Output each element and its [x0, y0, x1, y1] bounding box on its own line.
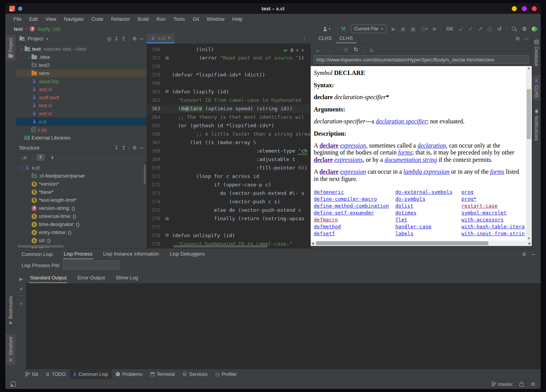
sort-alphabetically-icon[interactable]: ↓a	[19, 154, 28, 161]
bottom-up-icon[interactable]: ↡	[48, 154, 57, 161]
code-line[interactable]: 357 (error "Read past end of source."))	[146, 54, 311, 62]
search-icon[interactable]	[512, 27, 517, 32]
run-icon[interactable]: ▶	[391, 26, 396, 32]
project-tree-row[interactable]: External Libraries	[16, 134, 146, 142]
panel-settings-gear-icon[interactable]: ⚙	[515, 36, 520, 42]
start-process-icon[interactable]: ▶	[19, 276, 23, 282]
project-tree-row[interactable]: λasdf.asdf	[16, 93, 146, 101]
collapse-all-icon[interactable]: ↥	[122, 145, 126, 151]
hide-panel-icon[interactable]: ─	[140, 36, 143, 42]
code-line[interactable]: 364 ;; The theory is that most identifie…	[146, 113, 311, 121]
coverage-icon[interactable]: ▣	[410, 26, 415, 32]
doc-link[interactable]: forms	[398, 149, 412, 156]
project-tree-row[interactable]: ›testsources root, ~/test	[16, 45, 146, 53]
code-line[interactable]: 365 (or (gethash id *lispified-ids*)	[146, 121, 311, 130]
menu-item-build[interactable]: Build	[134, 16, 152, 22]
menu-item-help[interactable]: Help	[229, 16, 246, 22]
panel-settings-gear-icon[interactable]: ⚙	[132, 145, 137, 151]
doc-link[interactable]: prog	[461, 189, 525, 196]
chevron-icon[interactable]: ›	[20, 165, 24, 171]
output-tab-error-output[interactable]: Error Output	[77, 273, 106, 283]
scroll-down-icon[interactable]: ▼	[528, 237, 531, 240]
doc-link[interactable]: dolist	[395, 203, 461, 209]
hide-toolwindows-icon[interactable]	[11, 382, 16, 387]
project-tree-row[interactable]: test2	[16, 61, 146, 69]
tool-tab-database[interactable]: Database	[532, 37, 541, 69]
doc-link[interactable]: expressions	[334, 156, 363, 163]
doc-link[interactable]: labels	[395, 230, 461, 237]
structure-tree-row[interactable]: $*base*	[16, 188, 146, 196]
toolwindow-button-git[interactable]: Git	[22, 369, 42, 379]
code-line[interactable]: 376 finally (return (nstring-upcas	[146, 214, 311, 223]
menu-item-view[interactable]: View	[42, 16, 60, 22]
code-line[interactable]: 367 (let ((s (make-array 5	[146, 138, 311, 147]
structure-vscrollbar[interactable]	[144, 164, 146, 184]
doc-link[interactable]: defmacro	[314, 216, 395, 223]
next-problem-icon[interactable]: ∨	[301, 46, 304, 55]
doc-link[interactable]: documentation string	[385, 156, 437, 163]
tool-tab-project[interactable]: Project	[5, 35, 16, 61]
refresh-icon[interactable]: ↻	[354, 46, 359, 53]
url-input[interactable]	[314, 55, 529, 64]
panel-tab-lisp-instance-information[interactable]: Lisp Instance Information	[102, 249, 160, 259]
doc-link[interactable]: with-accessors	[461, 216, 525, 223]
stop-loading-icon[interactable]: ⊗	[343, 46, 348, 53]
code-line[interactable]: 366 ;; A little faster than a string str…	[146, 130, 311, 138]
doc-link[interactable]: handler-case	[395, 223, 461, 230]
code-area[interactable]: ✔✔ 8 ∧ ∨ 356 ((nil)357 (error "Read past…	[146, 44, 311, 248]
editor-hscrollbar[interactable]	[173, 245, 268, 247]
git-update-icon[interactable]: ↙	[459, 26, 463, 32]
doc-link[interactable]: dotimes	[395, 209, 461, 216]
doc-link[interactable]: with-hash-table-iterat	[461, 223, 525, 230]
code-line[interactable]: 358	[146, 62, 311, 71]
structure-tree-row[interactable]: sentry-mtime: ()	[16, 228, 146, 236]
chevron-icon[interactable]: ›	[26, 71, 32, 76]
clhs-tab[interactable]: CLHS	[315, 34, 336, 43]
structure-tree-row[interactable]: $*version*	[16, 180, 146, 188]
build-hammer-icon[interactable]: ⚒	[341, 26, 346, 32]
toolwindow-button-terminal[interactable]: Terminal	[146, 369, 179, 379]
settings-gear-icon[interactable]: ⚙	[522, 26, 527, 32]
project-tree-row[interactable]: λaaaa.lisp	[16, 77, 146, 85]
tool-tab-bookmarks[interactable]: Bookmarks ⚑	[5, 293, 16, 329]
fold-marker-icon[interactable]	[165, 56, 169, 60]
toolwindow-button-common-lisp[interactable]: λCommon Lisp	[70, 369, 112, 379]
breadcrumb-function[interactable]: lispify: (id)	[38, 26, 60, 32]
doc-link-visited[interactable]: declare	[320, 168, 338, 175]
scroll-up-icon[interactable]: ▲	[528, 66, 531, 70]
structure-tree-row[interactable]: suniversal-time: ()	[16, 212, 146, 220]
menu-item-file[interactable]: File	[10, 16, 25, 22]
menu-item-code[interactable]: Code	[88, 16, 107, 22]
code-line[interactable]: 375 else do (vector-push-extend c	[146, 206, 311, 214]
document-hscrollbar[interactable]: ◀ ▶	[311, 241, 532, 246]
scroll-right-icon[interactable]: ▶	[529, 242, 531, 245]
chevron-icon[interactable]: ›	[26, 55, 32, 60]
code-line[interactable]: 369 :adjustable t	[146, 155, 311, 164]
doc-link[interactable]: lambda expression	[403, 168, 449, 175]
doc-link[interactable]: expression	[340, 168, 366, 175]
hide-panel-icon[interactable]: ─	[524, 36, 528, 42]
git-branch-widget[interactable]: master	[492, 382, 513, 387]
doc-link[interactable]: define-method-combination	[314, 203, 395, 209]
maximize-window-button[interactable]	[522, 6, 527, 11]
output-tab-slime-log[interactable]: Slime Log	[115, 273, 139, 283]
doc-link[interactable]: defmethod	[314, 223, 395, 230]
fold-marker-icon[interactable]	[165, 234, 169, 237]
inspection-widget[interactable]: ✔✔ 8 ∧ ∨	[284, 46, 304, 55]
doc-link[interactable]: symbol-macrolet	[461, 209, 525, 216]
event-log-icon[interactable]: ⚙	[531, 381, 535, 387]
code-line[interactable]: 371 (loop for c across id	[146, 172, 311, 181]
output-tab-standard-output[interactable]: Standard Output	[29, 273, 67, 283]
run-configuration-select[interactable]: Current File ▾	[351, 25, 386, 33]
tool-tab-clhs[interactable]: λ CLHS	[532, 75, 541, 100]
code-line[interactable]: 360	[146, 79, 311, 88]
close-tab-icon[interactable]: ×	[168, 35, 171, 41]
structure-tree-row[interactable]: $*text-length-limit*	[16, 196, 146, 204]
doc-link[interactable]: prog*	[461, 196, 525, 203]
structure-tree-row[interactable]: stime-designator: ()	[16, 220, 146, 228]
close-window-button[interactable]	[532, 6, 537, 11]
debug-icon[interactable]: ◉	[401, 26, 405, 32]
doc-link[interactable]: with-input-from-string	[461, 230, 525, 237]
project-tree-row[interactable]: λasd.cl	[16, 85, 146, 93]
back-icon[interactable]: ←	[315, 47, 321, 53]
